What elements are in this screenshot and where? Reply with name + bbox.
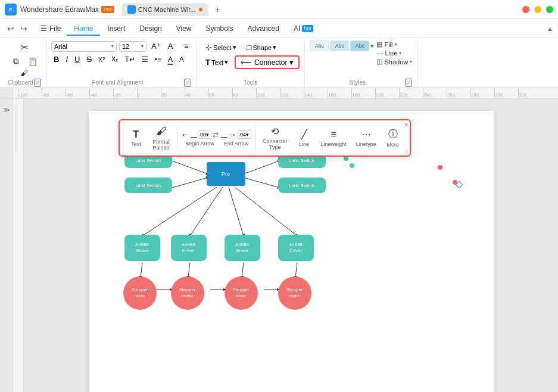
new-tab-button[interactable]: + [211, 3, 224, 16]
line-option[interactable]: — Line ▾ [376, 49, 412, 57]
svg-line-7 [190, 187, 223, 236]
ft-end-arrow-icon: → [228, 130, 236, 139]
highlight-button[interactable]: A [177, 54, 186, 65]
font-family-select[interactable]: Arial ▾ [51, 41, 117, 52]
font-expand[interactable]: ⤢ [184, 79, 191, 87]
swatch-1[interactable]: Abc [310, 41, 329, 51]
stepper-arrow-1 [157, 284, 174, 295]
swatch-2[interactable]: Abc [330, 41, 349, 51]
format-painter-button[interactable]: 🖌 [7, 68, 41, 78]
copy-button[interactable]: ⧉ [7, 56, 24, 67]
ruler-mark: 160 [328, 88, 351, 99]
shadow-label: Shadow [384, 58, 408, 66]
tab-symbols[interactable]: Symbols [199, 22, 241, 35]
wrap-text-button[interactable]: T↵ [122, 54, 137, 65]
node-stepper-3[interactable]: Steppermobr [225, 276, 258, 310]
node-driver-2[interactable]: A4988Driver [171, 235, 207, 261]
font-color-button[interactable]: A [166, 54, 175, 65]
superscript-button[interactable]: X² [96, 55, 107, 64]
ruler-marks: -100 -80 -60 -40 -20 0 20 40 60 80 100 1… [18, 88, 542, 99]
ft-resize-handle[interactable]: ⊡ [404, 149, 409, 154]
ft-begin-arrow-dropdown[interactable]: 00▾ [198, 130, 211, 139]
ribbon-collapse-button[interactable]: ▲ [547, 25, 553, 32]
node-driver-3[interactable]: A4988Driver [225, 235, 260, 261]
list-button[interactable]: ☰ [139, 54, 151, 65]
italic-button[interactable]: I [63, 54, 70, 65]
paste-button[interactable]: 📋 [24, 56, 41, 67]
ft-end-arrow-row: ⎯⎯ → 04▾ [221, 130, 251, 139]
node-driver-4[interactable]: A4988Driver [278, 235, 314, 261]
color-swatches: Abc Abc Abc ▾ [310, 41, 374, 51]
fill-option[interactable]: ▤ Fill ▾ [376, 41, 412, 48]
font-size-select[interactable]: 12 ▾ [119, 41, 146, 52]
file-label: File [49, 24, 61, 33]
canvas-area[interactable]: ✕ T Text 🖌 FormatPainter ← ⎯⎯ [24, 99, 558, 392]
ft-format-painter-button[interactable]: 🖌 FormatPainter [149, 124, 174, 152]
ft-more-button[interactable]: ⓘ More [382, 127, 404, 149]
node-driver-1[interactable]: A4988Driver [124, 235, 160, 261]
cut-button[interactable]: ✂ [7, 41, 41, 55]
node-pro[interactable]: Pro [207, 162, 245, 186]
undo-button[interactable]: ↩ [5, 23, 17, 35]
swatch-3[interactable]: Abc [350, 41, 369, 51]
clipboard-expand[interactable]: ⤢ [34, 79, 41, 87]
select-arrow: ▾ [233, 43, 236, 51]
shadow-arrow: ▾ [410, 59, 412, 64]
collapse-button[interactable]: ≫ [2, 104, 11, 116]
font-alignment-label: Font and Alignment [51, 78, 184, 88]
styles-more-button[interactable]: ▾ [370, 41, 374, 51]
ft-line-button[interactable]: ╱ Line [294, 127, 315, 148]
node-limit-switch-2[interactable]: Limit Switch [124, 178, 172, 193]
minimize-button[interactable] [534, 6, 541, 13]
diagram[interactable]: Limit Switch Limit Switch Pro Limit Swit… [101, 147, 482, 392]
ft-linetype-button[interactable]: ⋯ Linetype [353, 127, 380, 148]
ft-end-arrow-dropdown[interactable]: 04▾ [238, 130, 251, 139]
select-button[interactable]: ⊹ Select ▾ [201, 41, 241, 54]
canvas-page[interactable]: ✕ T Text 🖌 FormatPainter ← ⎯⎯ [89, 111, 494, 392]
ft-text-button[interactable]: T Text [126, 128, 147, 148]
tab-design[interactable]: Design [132, 22, 169, 35]
ft-lineweight-button[interactable]: ≡ Lineweight [317, 128, 350, 148]
maximize-button[interactable] [546, 6, 553, 13]
svg-line-12 [242, 263, 244, 278]
ruler-mark: 80 [232, 88, 256, 99]
svg-line-2 [172, 161, 208, 174]
node-stepper-1[interactable]: Steppermobr [123, 276, 157, 310]
floating-toolbar-close[interactable]: ✕ [404, 122, 409, 128]
shape-button[interactable]: □ Shape ▾ [243, 41, 281, 54]
tab-insert[interactable]: Insert [100, 22, 132, 35]
styles-expand[interactable]: ⤢ [405, 79, 412, 87]
decrease-font-button[interactable]: A⁻ [166, 41, 180, 52]
connector-button[interactable]: ⟵ Connector ▾ [235, 55, 300, 69]
text-icon: T [205, 58, 210, 67]
node-stepper-2[interactable]: Steppermotor [171, 276, 204, 310]
tab-inactive[interactable]: CNC Machine Wir... [121, 3, 209, 16]
subscript-button[interactable]: X₂ [109, 54, 120, 64]
styles-group: Abc Abc Abc ▾ ▤ Fill [305, 41, 417, 88]
increase-font-button[interactable]: A⁺ [149, 41, 163, 52]
svg-line-9 [235, 187, 297, 236]
close-button[interactable] [522, 6, 529, 13]
connector-dot-1 [344, 156, 348, 161]
shadow-option[interactable]: ◫ Shadow ▾ [376, 58, 412, 66]
strikethrough-button[interactable]: S [84, 54, 94, 65]
tab-home[interactable]: Home [67, 22, 100, 35]
shape-icon: □ [247, 43, 252, 52]
ai-hot-badge: hot [302, 25, 313, 32]
underline-button[interactable]: U [72, 54, 82, 65]
node-stepper-4[interactable]: Steppermotor [278, 276, 311, 310]
file-tab[interactable]: ☰ File [35, 22, 67, 35]
tab-view[interactable]: View [169, 22, 199, 35]
ft-connector-type-button[interactable]: ⟲ ConnectorType [259, 125, 291, 151]
text-align-button[interactable]: ≡ [182, 41, 191, 52]
line-icon: — [376, 49, 383, 57]
bold-button[interactable]: B [51, 54, 61, 65]
text-button[interactable]: T Text ▾ [201, 55, 232, 69]
tab-advanced[interactable]: Advanced [241, 22, 286, 35]
bullet-button[interactable]: •≡ [152, 54, 164, 65]
ribbon-toolbar: ✂ ⧉ 📋 🖌 Clipboard [0, 38, 558, 88]
tab-ai[interactable]: AI hot [286, 22, 320, 35]
redo-button[interactable]: ↪ [18, 23, 30, 35]
node-limit-switch-4[interactable]: Limit Switch [278, 178, 326, 193]
copy-icon: ⧉ [13, 57, 18, 66]
